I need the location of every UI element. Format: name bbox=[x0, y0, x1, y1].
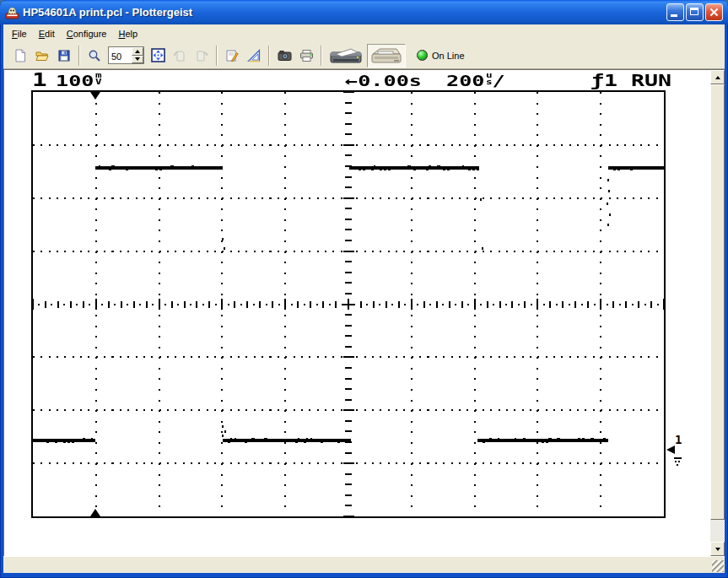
edge-dot bbox=[480, 198, 482, 201]
print-button[interactable] bbox=[296, 46, 316, 66]
zoom-fit-icon bbox=[151, 48, 165, 62]
spin-down-icon bbox=[135, 57, 140, 61]
snapshot-button[interactable] bbox=[274, 46, 294, 66]
status-bar bbox=[3, 556, 725, 573]
toolbar-separator bbox=[321, 46, 322, 66]
online-led-icon bbox=[417, 50, 428, 61]
page-forward-button[interactable] bbox=[191, 46, 212, 66]
edge-dot bbox=[482, 247, 483, 250]
menu-item-configure[interactable]: Configure bbox=[61, 27, 113, 41]
edge-dot bbox=[222, 425, 224, 428]
maximize-icon bbox=[690, 8, 698, 15]
menu-item-file[interactable]: File bbox=[6, 27, 33, 41]
zoom-percent-spinner bbox=[108, 46, 144, 64]
scrollbar-track[interactable] bbox=[710, 520, 725, 542]
toolbar-separator bbox=[216, 46, 218, 66]
edge-dot bbox=[222, 238, 224, 240]
zoom-percent-input[interactable] bbox=[109, 47, 132, 63]
save-file-button[interactable] bbox=[54, 46, 74, 66]
save-floppy-icon bbox=[57, 49, 71, 62]
timebase-label: 200us/ bbox=[446, 72, 505, 89]
channel-number-label: 1 bbox=[32, 70, 47, 90]
scrollbar-thumb[interactable] bbox=[710, 84, 725, 520]
edge-dot bbox=[608, 190, 610, 192]
close-icon bbox=[706, 4, 722, 20]
laser-printer-icon bbox=[329, 46, 363, 66]
waveform-segment bbox=[608, 166, 664, 170]
plotter-icon bbox=[369, 46, 403, 66]
zoom-fit-button[interactable] bbox=[148, 46, 168, 66]
spin-up-button[interactable] bbox=[132, 47, 143, 56]
minimize-button[interactable] bbox=[666, 3, 684, 21]
scope-graticule bbox=[31, 90, 666, 518]
scroll-down-button[interactable] bbox=[710, 542, 725, 556]
camera-icon bbox=[278, 49, 292, 62]
new-document-button[interactable] bbox=[10, 46, 30, 66]
print-preview-page: 1 100mV ←0.00s 200us/ ƒ1 RUN 1 bbox=[3, 69, 710, 556]
trigger-marker-top-icon bbox=[90, 92, 100, 100]
delay-label: ←0.00s bbox=[345, 72, 422, 89]
title-bar[interactable]: HP54601A print.pcl - Plottergeist bbox=[0, 0, 728, 24]
window-title: HP54601A print.pcl - Plottergeist bbox=[23, 6, 666, 19]
toolbar: On Line bbox=[3, 42, 725, 69]
measure-ruler-button[interactable] bbox=[244, 46, 264, 66]
new-document-icon bbox=[13, 49, 27, 62]
scroll-up-icon bbox=[715, 76, 720, 79]
spin-up-icon bbox=[135, 50, 140, 53]
open-folder-icon bbox=[35, 49, 49, 62]
channel-arrow-icon bbox=[666, 446, 675, 454]
zoom-button[interactable] bbox=[84, 46, 105, 66]
edge-dot bbox=[607, 179, 609, 181]
trigger-marker-bottom-icon bbox=[90, 509, 100, 516]
online-label: On Line bbox=[432, 51, 465, 61]
waveform-segment bbox=[223, 439, 351, 442]
open-file-button[interactable] bbox=[32, 46, 52, 66]
vertical-scrollbar[interactable] bbox=[710, 69, 725, 556]
menu-bar: FileEditConfigureHelp bbox=[3, 24, 725, 42]
magnifier-icon bbox=[88, 49, 101, 62]
page-forward-icon bbox=[195, 49, 208, 62]
minimize-icon bbox=[671, 14, 677, 17]
printer-preview-button[interactable] bbox=[326, 44, 365, 68]
menu-item-edit[interactable]: Edit bbox=[33, 27, 61, 41]
scroll-down-icon bbox=[715, 548, 720, 551]
notepad-pencil-icon bbox=[225, 49, 239, 62]
toolbar-separator bbox=[78, 46, 80, 66]
plotter-output-button[interactable] bbox=[367, 44, 406, 68]
app-ghost-icon bbox=[5, 5, 19, 19]
edge-dot bbox=[222, 435, 224, 437]
menu-item-help[interactable]: Help bbox=[112, 27, 143, 41]
edit-settings-button[interactable] bbox=[222, 46, 242, 66]
close-button[interactable] bbox=[705, 3, 723, 21]
edge-dot bbox=[224, 430, 226, 433]
edge-dot bbox=[607, 203, 608, 205]
page-back-icon bbox=[173, 49, 186, 62]
toolbar-separator bbox=[268, 46, 270, 66]
maximize-button[interactable] bbox=[686, 3, 704, 21]
edge-dot bbox=[609, 213, 611, 216]
edge-dot bbox=[607, 224, 609, 226]
edge-dot bbox=[224, 247, 225, 250]
ground-symbol-icon bbox=[674, 457, 682, 467]
channel-ground-marker: 1 bbox=[666, 435, 687, 482]
app-window: HP54601A print.pcl - Plottergeist FileEd… bbox=[0, 0, 728, 578]
printer-icon bbox=[299, 49, 314, 62]
ruler-icon bbox=[247, 49, 261, 62]
channel-marker-number: 1 bbox=[675, 433, 682, 446]
trigger-status-label: ƒ1 RUN bbox=[590, 71, 671, 89]
scroll-up-button[interactable] bbox=[710, 70, 725, 84]
spin-down-button[interactable] bbox=[132, 56, 143, 64]
page-back-button[interactable] bbox=[170, 46, 190, 66]
channel-volts-label: 100mV bbox=[56, 72, 102, 89]
resize-grip[interactable] bbox=[712, 560, 724, 572]
